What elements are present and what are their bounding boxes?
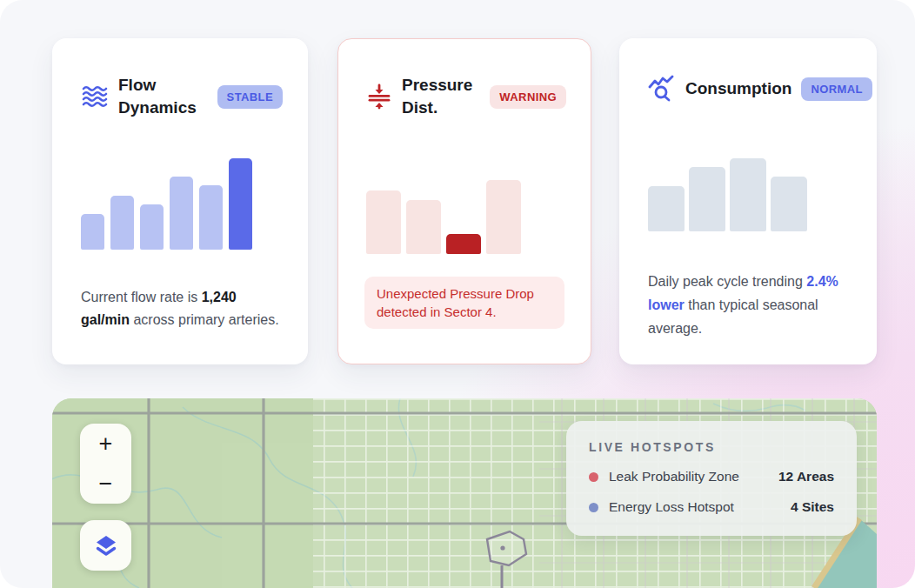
legend-label: Energy Loss Hotspot	[609, 499, 734, 515]
waves-icon	[81, 83, 109, 110]
status-badge: WARNING	[490, 85, 566, 109]
card-title: Consumption	[685, 77, 791, 100]
pressure-converge-icon	[366, 83, 392, 110]
bar	[366, 190, 401, 254]
card-description: Current flow rate is 1,240 gal/min acros…	[81, 286, 284, 331]
pressure-dist-card: Pressure Dist. WARNING Unexpected Pressu…	[337, 38, 591, 364]
card-header: Pressure Dist. WARNING	[366, 74, 566, 119]
bar	[771, 177, 807, 231]
bar	[689, 167, 725, 231]
bar	[140, 204, 164, 250]
bar	[170, 177, 193, 250]
map-panel: + − LIVE HOTSPOTS Leak Probability Zone …	[52, 398, 877, 588]
bar	[446, 234, 481, 254]
live-hotspots-legend: LIVE HOTSPOTS Leak Probability Zone 12 A…	[566, 421, 857, 536]
card-title: Pressure Dist.	[402, 74, 480, 119]
pressure-alert: Unexpected Pressure Drop detected in Sec…	[364, 277, 564, 329]
bar	[229, 158, 252, 250]
zoom-in-button[interactable]: +	[80, 424, 131, 464]
card-header: Flow Dynamics STABLE	[81, 74, 283, 119]
bar	[81, 214, 104, 250]
bar	[110, 196, 134, 250]
bar	[730, 158, 766, 231]
legend-title: LIVE HOTSPOTS	[589, 440, 834, 454]
flow-mini-bar-chart	[81, 158, 252, 250]
bar	[199, 185, 223, 250]
legend-row-energy: Energy Loss Hotspot 4 Sites	[589, 499, 834, 515]
zoom-out-button[interactable]: −	[80, 464, 131, 504]
bar	[406, 200, 441, 254]
consumption-mini-bar-chart	[648, 158, 807, 231]
layers-icon	[94, 534, 118, 558]
card-header: Consumption NORMAL	[648, 74, 852, 104]
flow-dynamics-card: Flow Dynamics STABLE Current flow rate i…	[52, 38, 308, 364]
consumption-card: Consumption NORMAL Daily peak cycle tren…	[619, 38, 877, 364]
legend-value: 4 Sites	[791, 499, 834, 515]
legend-value: 12 Areas	[778, 469, 834, 484]
legend-row-leak: Leak Probability Zone 12 Areas	[589, 469, 834, 484]
map-layers-button[interactable]	[80, 520, 131, 571]
legend-label: Leak Probability Zone	[609, 469, 739, 484]
bar	[648, 186, 685, 231]
card-description: Daily peak cycle trending 2.4% lower tha…	[648, 270, 853, 340]
bar	[486, 180, 521, 254]
pressure-mini-bar-chart	[366, 180, 521, 254]
energy-loss-dot-icon	[589, 503, 598, 512]
card-title: Flow Dynamics	[118, 74, 208, 119]
status-badge: STABLE	[217, 85, 283, 109]
map-zoom-control: + −	[80, 424, 131, 504]
trend-search-icon	[648, 74, 676, 104]
status-badge: NORMAL	[801, 77, 872, 101]
leak-zone-dot-icon	[589, 472, 598, 482]
dashboard-screen: Flow Dynamics STABLE Current flow rate i…	[0, 0, 915, 588]
